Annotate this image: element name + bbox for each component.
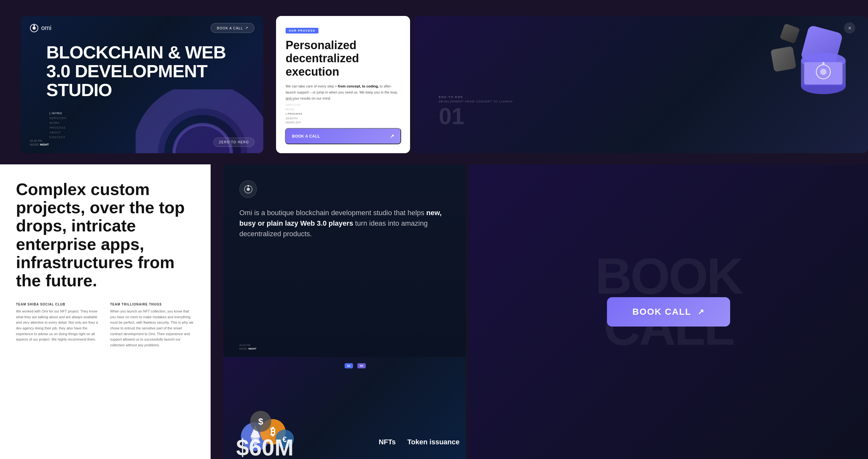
service-badge-1: 01 bbox=[345, 363, 353, 368]
hero-panel: omi BOOK A CALL ↗ INTRO SERVICES WORK PR… bbox=[21, 16, 263, 153]
mode-text: MODE: NIGHT bbox=[30, 143, 49, 147]
arrow-right-large-icon: ↗ bbox=[698, 307, 705, 316]
svg-point-15 bbox=[247, 185, 249, 187]
mode-label-day: 22:30 PM MODE: DAY bbox=[286, 117, 302, 124]
service-badge-2: 02 bbox=[358, 363, 366, 368]
omi-logo-row bbox=[239, 180, 450, 198]
bottom-bar: 22:25 PM MODE: NIGHT ZERO TO HERO bbox=[21, 131, 263, 153]
navbar: omi BOOK A CALL ↗ bbox=[21, 16, 263, 40]
nav-light-services[interactable]: SERVICES bbox=[286, 103, 302, 106]
nft-label: NFTs bbox=[379, 438, 396, 446]
omi-logo-svg bbox=[244, 184, 253, 194]
svg-point-12 bbox=[822, 62, 825, 64]
mode-value: NIGHT bbox=[40, 143, 49, 146]
cta-section: BOOK CALL ↗ bbox=[607, 297, 730, 327]
process-panel: OUR PROCESS Personalized decentralized e… bbox=[276, 16, 410, 153]
about-panel: Omi is a boutique blockchain development… bbox=[223, 164, 466, 459]
logo-text: omi bbox=[41, 24, 51, 32]
nav-light-work[interactable]: WORK bbox=[286, 108, 302, 111]
mode-label-night-bottom: 22:25 PM MODE: NIGHT bbox=[239, 343, 256, 350]
team-name-2: TEAM TRILLIONAIRE THUGS bbox=[110, 303, 195, 306]
svg-point-2 bbox=[33, 25, 35, 26]
nav-work[interactable]: WORK bbox=[50, 121, 66, 124]
svg-point-11 bbox=[820, 69, 827, 75]
step-number: 01 bbox=[439, 105, 513, 128]
book-call-blue-button[interactable]: BOOK A CALL ↗ bbox=[285, 128, 401, 144]
small-gray-box-3d bbox=[780, 23, 800, 44]
end-to-end-section: END-TO-END DEVELOPMENT FROM CONCEPT TO L… bbox=[439, 95, 513, 128]
close-icon[interactable]: ✕ bbox=[844, 22, 855, 33]
testimonial-2: TEAM TRILLIONAIRE THUGS When you launch … bbox=[110, 303, 195, 348]
services-headline: Complex custom projects, over the top dr… bbox=[16, 180, 195, 290]
testimonial-text-1: We worked with Omi for our NFT project. … bbox=[16, 309, 100, 342]
mode-label: 22:25 PM MODE: NIGHT bbox=[30, 139, 49, 147]
nav-light-process[interactable]: PROCESS bbox=[286, 112, 302, 115]
logo-icon bbox=[30, 24, 39, 33]
team-name-1: TEAM SHIBA SOCIAL CLUB bbox=[16, 303, 100, 306]
process-description: We can take care of every step – from co… bbox=[286, 83, 401, 101]
nav-services[interactable]: SERVICES bbox=[50, 117, 66, 120]
testimonial-text-2: When you launch an NFT collection, you k… bbox=[110, 309, 195, 348]
book-call-main-button[interactable]: BOOK CALL ↗ bbox=[607, 297, 730, 327]
svg-text:$: $ bbox=[258, 417, 263, 426]
book-call-button[interactable]: BOOK A CALL ↗ bbox=[211, 23, 254, 33]
book-call-panel: BOOKCALL BOOK CALL ↗ bbox=[469, 164, 868, 459]
end-to-end-label: END-TO-END bbox=[439, 95, 513, 99]
time-label-day: 22:30 PM bbox=[286, 117, 302, 121]
testimonials-row: TEAM SHIBA SOCIAL CLUB We worked with Om… bbox=[16, 303, 195, 348]
nav-intro[interactable]: INTRO bbox=[50, 112, 66, 115]
svg-point-1 bbox=[33, 27, 36, 30]
purple-ring-3d bbox=[798, 48, 849, 99]
visual-panel: ✕ END-TO-END DEVELOPMENT FROM CONCEPT TO… bbox=[413, 16, 868, 153]
3d-shapes: ✕ bbox=[734, 22, 855, 112]
token-issuance-label: Token issuance bbox=[407, 438, 460, 446]
end-to-end-sublabel: DEVELOPMENT FROM CONCEPT TO LAUNCH bbox=[439, 100, 513, 103]
arrow-right-icon: ↗ bbox=[390, 133, 395, 139]
services-preview: ₿ $ € $60M bbox=[223, 357, 466, 459]
zero-hero-button[interactable]: ZERO TO HERO bbox=[214, 137, 254, 147]
nav-process[interactable]: PROCESS bbox=[50, 126, 66, 129]
service-amount: $60M bbox=[236, 436, 293, 459]
process-title: Personalized decentralized execution bbox=[286, 39, 401, 78]
testimonials-panel: Complex custom projects, over the top dr… bbox=[0, 164, 211, 459]
logo: omi bbox=[30, 24, 51, 33]
time-label: 22:25 PM bbox=[30, 139, 49, 143]
omi-logo-circle bbox=[239, 180, 257, 198]
about-text: Omi is a boutique blockchain development… bbox=[239, 208, 450, 239]
process-badge: OUR PROCESS bbox=[286, 28, 318, 33]
gray-box-3d bbox=[770, 46, 796, 72]
testimonial-1: TEAM SHIBA SOCIAL CLUB We worked with Om… bbox=[16, 303, 100, 348]
crypto-visual: ₿ $ € $60M bbox=[233, 370, 322, 459]
arrow-icon: ↗ bbox=[245, 26, 248, 30]
book-call-content: BOOKCALL BOOK CALL ↗ bbox=[607, 297, 730, 327]
mode-text-day: MODE: DAY bbox=[286, 120, 302, 124]
nav-light-intro[interactable]: INTRO bbox=[286, 99, 302, 102]
svg-point-14 bbox=[247, 188, 250, 191]
